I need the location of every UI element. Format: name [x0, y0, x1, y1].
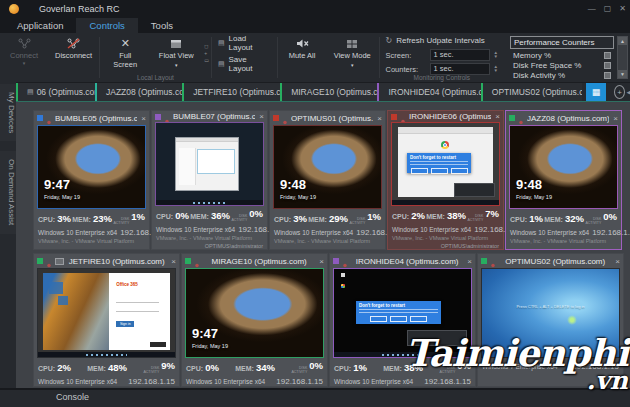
layout-micro-button-3[interactable]: ▭ [204, 57, 209, 63]
close-session-button[interactable]: × [465, 257, 472, 266]
machine-card[interactable]: JETFIRE10 (Optimus.com)×Office 365Sign i… [33, 253, 180, 387]
disconnect-button[interactable]: Disconnect [48, 33, 99, 73]
disk-activity-label: DISK ACTIVITY [143, 367, 159, 375]
machine-card[interactable]: BUMBLE05 (Optimus.com)×9:47Friday, May 1… [33, 110, 150, 250]
float-view-button[interactable]: Float View ▾ [150, 33, 202, 73]
performance-counter-checkbox[interactable] [604, 72, 611, 79]
machine-card[interactable]: IRONHIDE04 (Optimus.com)×Don't forget to… [329, 253, 476, 387]
screen-interval-spinner[interactable]: ▲▼ [494, 51, 498, 60]
tab-strip-overflow-icon[interactable]: ◄ [625, 88, 630, 97]
sidebar-item-on-demand-assist[interactable]: On Demand Assist [0, 151, 16, 233]
screen-interval-value[interactable]: 1 sec. [430, 49, 490, 61]
machine-card[interactable]: OPTIMUS02 (Optimus.com)×Press CTRL + ALT… [477, 253, 624, 387]
machine-thumbnail[interactable]: Don't forget to restart [391, 122, 500, 206]
close-session-button[interactable]: × [375, 114, 382, 123]
hardware-vendor: VMware, Inc. - VMware Virtual Platform [38, 238, 145, 245]
connect-button[interactable]: Connect ▾ [0, 33, 48, 73]
machine-card[interactable]: BUMBLE07 (Optimus.com)×CPU:0%MEM:36%DISK… [151, 110, 268, 250]
machine-name: MIRAGE10 (Optimus.com) [203, 257, 315, 266]
machine-tab-label: JETFIRE10 (Optimus.com) [193, 87, 280, 97]
os-name: Windows 7 Enterprise x64 [482, 363, 558, 370]
machine-card[interactable]: IRONHIDE06 (Optimus.com)×Don't forget to… [387, 110, 504, 250]
layout-micro-button-2[interactable]: + [204, 50, 209, 56]
performance-counter-row[interactable]: Disk Free Space % [510, 60, 614, 70]
minimize-button[interactable]: — [588, 0, 596, 18]
cpu-label: CPU: [156, 213, 173, 220]
logged-in-user: OPTIMUS\administrator [156, 243, 263, 249]
menu-tab-application[interactable]: Application [4, 18, 76, 33]
status-color-icon [333, 258, 339, 264]
os-name: Windows 10 Enterprise x64 [38, 229, 117, 236]
full-screen-icon: ✕ [121, 36, 130, 51]
menu-bar: ApplicationControlsTools [0, 18, 630, 33]
performance-counter-row[interactable]: Memory % [510, 50, 614, 60]
machine-tab[interactable]: IRONHIDE04 (Optimus.com) [377, 83, 480, 101]
user-icon [517, 114, 525, 122]
close-session-button[interactable]: × [139, 114, 146, 123]
view-mode-button[interactable]: View Mode ▾ [326, 33, 379, 73]
load-layout-button[interactable]: ▤ Load Layout [218, 34, 271, 52]
machine-card[interactable]: OPTIMUS01 (Optimus.com)×9:48Friday, May … [269, 110, 386, 250]
machine-card[interactable]: JAZZ08 (Optimus.com)×9:48Friday, May 19C… [505, 110, 622, 250]
performance-counter-row[interactable]: Disk Activity % [510, 70, 614, 80]
full-screen-button[interactable]: ✕ Full Screen [100, 33, 150, 73]
mute-all-button[interactable]: Mute All [278, 33, 326, 73]
add-session-button[interactable]: + [614, 85, 625, 99]
signin-panel: Office 365Sign in [109, 273, 170, 350]
machine-tab[interactable]: ▤06 (Optimus.com) [16, 83, 95, 101]
close-session-button[interactable]: × [613, 257, 620, 266]
machine-thumbnail[interactable] [155, 122, 264, 206]
machine-thumbnail[interactable]: 9:47Friday, May 19 [185, 268, 324, 358]
cpu-value: 1% [529, 213, 543, 224]
menu-tab-controls[interactable]: Controls [76, 18, 137, 33]
machine-thumbnail[interactable]: Press CTRL + ALT + DELETE to log in [481, 268, 620, 358]
sidebar-item-my-devices[interactable]: My Devices [0, 84, 16, 141]
performance-scrollbar[interactable]: ▲ ▼ [617, 36, 628, 79]
mem-value: 36% [211, 210, 230, 221]
console-panel-header[interactable]: Console [0, 388, 630, 407]
win7-logon-thumbnail: Press CTRL + ALT + DELETE to log in [482, 269, 619, 357]
performance-counter-checkbox[interactable] [604, 52, 611, 59]
layout-micro-button-1[interactable]: ◻ [204, 43, 209, 49]
os-name: Windows 10 Enterprise x64 [274, 229, 353, 236]
menu-tab-tools[interactable]: Tools [138, 18, 186, 33]
machine-tab[interactable]: OPTIMUS02 (Optimus.com) [481, 83, 582, 101]
window-title: Goverlan Reach RC [39, 4, 120, 14]
close-button[interactable]: ✕ [619, 0, 626, 18]
scroll-down-icon[interactable]: ▼ [618, 70, 627, 78]
machine-tab[interactable]: JETFIRE10 (Optimus.com) [182, 83, 280, 101]
signin-button: Sign in [116, 321, 134, 327]
machine-thumbnail[interactable]: Don't forget to restart [333, 268, 472, 358]
close-session-button[interactable]: × [493, 112, 500, 121]
maximize-button[interactable]: ▢ [604, 0, 612, 18]
machine-thumbnail[interactable]: 9:47Friday, May 19 [37, 125, 146, 209]
machine-tab[interactable]: MIRAGE10 (Optimus.com) [280, 83, 377, 101]
cpu-stat: CPU:2% [38, 362, 71, 373]
dialog-button [431, 168, 448, 174]
cpu-label: CPU: [38, 216, 55, 223]
machine-thumbnail[interactable]: 9:48Friday, May 19 [273, 125, 382, 209]
os-name: Windows 10 Enterprise x64 [334, 378, 413, 385]
restart-dialog-title: Don't forget to restart [407, 153, 471, 161]
disk-value: 7% [485, 208, 499, 219]
machine-thumbnail[interactable]: Office 365Sign in [37, 268, 176, 358]
counters-interval-spinner[interactable]: ▲▼ [494, 65, 498, 74]
status-color-icon [155, 114, 161, 120]
close-session-button[interactable]: × [317, 257, 324, 266]
scroll-up-icon[interactable]: ▲ [618, 37, 627, 45]
mem-stat: MEM:38% [383, 362, 423, 373]
performance-counter-checkbox[interactable] [604, 62, 611, 69]
close-session-button[interactable]: × [257, 112, 264, 121]
mem-stat: MEM:48% [87, 362, 127, 373]
logon-hint: Press CTRL + ALT + DELETE to log in [482, 304, 619, 309]
machine-thumbnail[interactable]: 9:48Friday, May 19 [509, 125, 618, 209]
machine-tab[interactable]: JAZZ08 (Optimus.com) [95, 83, 182, 101]
local-layout-group-label: Local Layout [100, 74, 211, 81]
close-session-button[interactable]: × [611, 114, 618, 123]
close-session-button[interactable]: × [169, 257, 176, 266]
user-icon [163, 113, 171, 121]
machine-card[interactable]: MIRAGE10 (Optimus.com)×9:47Friday, May 1… [181, 253, 328, 387]
mem-value: 32% [565, 213, 584, 224]
save-layout-button[interactable]: ▤ Save Layout [218, 55, 271, 73]
overview-grid-tab[interactable]: ▦ [586, 83, 606, 101]
